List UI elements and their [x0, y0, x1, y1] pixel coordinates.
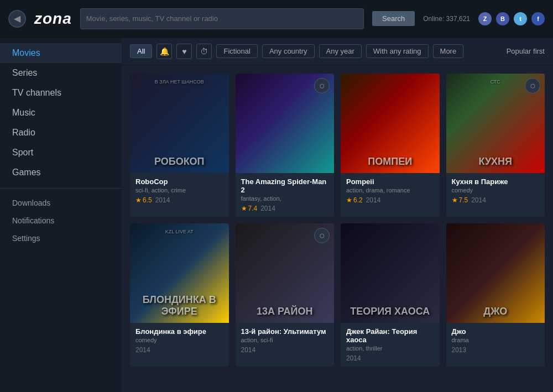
sidebar-item-settings[interactable]: Settings [0, 229, 122, 247]
movie-card-blonde[interactable]: KZL LIVE AT БЛОНДИНКА В ЭФИРЕ Блондинка … [130, 223, 229, 367]
movie-genres: drama [452, 337, 540, 343]
movie-poster: В ЗЛА НЕТ ШАНСОВ РОБОКОП [130, 74, 229, 173]
back-button[interactable]: ◀ [8, 10, 26, 28]
movie-card-jo[interactable]: ДЖО Джо drama 2013 [446, 223, 545, 367]
movie-title: The Amazing Spider-Man 2 [241, 177, 329, 194]
movie-info: RoboCop sci-fi, action, crime ★6.5 2014 [130, 173, 229, 208]
app-logo: zona [34, 10, 72, 28]
movie-info: Pompeii action, drama, romance ★6.2 2014 [341, 173, 440, 208]
social-t-button[interactable]: t [514, 12, 527, 25]
star-icon: ★ [346, 196, 352, 204]
movie-rating: ★6.2 [346, 196, 363, 204]
movie-meta: ★6.5 2014 [135, 196, 223, 204]
movie-poster-bg: В ЗЛА НЕТ ШАНСОВ РОБОКОП [130, 74, 229, 173]
movie-grid: В ЗЛА НЕТ ШАНСОВ РОБОКОП RoboCop sci-fi,… [122, 65, 553, 392]
filter-more-button[interactable]: More [433, 44, 464, 58]
filter-history-button[interactable]: ⏱ [196, 44, 212, 59]
movie-title: 13-й район: Ультиматум [241, 327, 329, 336]
poster-top-text: В ЗЛА НЕТ ШАНСОВ [130, 79, 229, 85]
movie-card-chaos[interactable]: ТЕОРИЯ ХАОСА Джек Райан: Теория хаоса ac… [341, 223, 440, 367]
sidebar: Movies Series TV channels Music Radio Sp… [0, 38, 122, 392]
movie-meta: ★7.5 2014 [452, 196, 540, 204]
social-f-button[interactable]: f [531, 12, 545, 25]
movie-rating: ★7.5 [452, 196, 468, 204]
star-icon: ★ [241, 205, 247, 212]
poster-title-text: РОБОКОП [130, 156, 229, 168]
poster-title-text: ДЖО [446, 306, 545, 317]
movie-genres: fantasy, action, [241, 195, 329, 202]
poster-title-text: ПОМПЕИ [341, 156, 440, 168]
movie-card-pompeii[interactable]: ПОМПЕИ Pompeii action, drama, romance ★6… [341, 74, 440, 217]
sidebar-item-music[interactable]: Music [0, 103, 122, 123]
movie-poster-bg: KZL LIVE AT БЛОНДИНКА В ЭФИРЕ [130, 223, 229, 323]
filter-rating-button[interactable]: With any rating [366, 44, 429, 58]
filter-notifications-button[interactable]: 🔔 [156, 44, 172, 59]
movie-title: Блондинка в эфире [135, 327, 223, 336]
movie-year: 2014 [260, 205, 275, 212]
social-z-button[interactable]: Z [478, 12, 492, 25]
social-b-button[interactable]: B [496, 12, 509, 25]
movie-genres: sci-fi, action, crime [135, 187, 223, 194]
movie-poster: 13А РАЙОН ⬡ [236, 223, 335, 323]
main-content: All 🔔 ♥ ⏱ Fictional Any country Any year… [122, 38, 553, 392]
sidebar-item-sport[interactable]: Sport [0, 143, 122, 163]
movie-poster: ДЖО [446, 223, 545, 323]
movie-genres: comedy [452, 187, 540, 194]
movie-info: Джо drama 2013 [446, 323, 545, 358]
movie-year: 2014 [346, 354, 361, 362]
movie-poster: KZL LIVE AT БЛОНДИНКА В ЭФИРЕ [130, 223, 229, 323]
movie-meta: 2014 [135, 346, 223, 354]
sidebar-item-series[interactable]: Series [0, 63, 122, 83]
poster-title-text: БЛОНДИНКА В ЭФИРЕ [130, 294, 229, 317]
movie-title: Джо [452, 327, 540, 336]
sidebar-item-notifications[interactable]: Notifications [0, 212, 122, 229]
sidebar-item-movies[interactable]: Movies [0, 43, 122, 63]
movie-genres: action, sci-fi [241, 337, 329, 343]
sidebar-item-tv-channels[interactable]: TV channels [0, 83, 122, 103]
poster-title-text: КУХНЯ [446, 156, 545, 168]
movie-rating: ★7.4 [241, 205, 258, 212]
movie-meta: 2014 [241, 346, 329, 354]
movie-poster: ⬡ [236, 74, 335, 173]
filter-all-button[interactable]: All [130, 44, 152, 58]
social-icons: Z B t f [478, 12, 545, 25]
movie-info: 13-й район: Ультиматум action, sci-fi 20… [236, 323, 335, 358]
poster-top-text: KZL LIVE AT [130, 229, 229, 234]
search-button[interactable]: Search [372, 11, 415, 26]
movie-poster-bg: ТЕОРИЯ ХАОСА [341, 223, 440, 323]
movie-poster: ТЕОРИЯ ХАОСА [341, 223, 440, 323]
movie-meta: 2013 [452, 346, 540, 354]
movie-genres: comedy [135, 337, 223, 343]
poster-title-text: 13А РАЙОН [236, 306, 335, 317]
filter-country-button[interactable]: Any country [262, 44, 315, 58]
filter-fictional-button[interactable]: Fictional [216, 44, 257, 58]
star-icon: ★ [135, 196, 142, 204]
movie-card-13district[interactable]: 13А РАЙОН ⬡ 13-й район: Ультиматум actio… [236, 223, 335, 367]
movie-info: Блондинка в эфире comedy 2014 [130, 323, 229, 358]
movie-year: 2014 [135, 346, 150, 354]
search-bar [80, 8, 364, 29]
movie-year: 2014 [155, 196, 170, 204]
movie-year: 2013 [452, 346, 467, 354]
star-icon: ★ [452, 196, 458, 204]
movie-info: The Amazing Spider-Man 2 fantasy, action… [236, 173, 335, 217]
movie-badge: ⬡ [314, 228, 330, 243]
movie-title: Джек Райан: Теория хаоса [346, 327, 434, 344]
sidebar-item-downloads[interactable]: Downloads [0, 194, 122, 212]
movie-poster-bg: ДЖО [446, 223, 545, 323]
sidebar-item-games[interactable]: Games [0, 163, 122, 182]
filter-favorites-button[interactable]: ♥ [176, 44, 192, 59]
movie-year: 2014 [366, 196, 381, 204]
filter-year-button[interactable]: Any year [319, 44, 362, 58]
movie-card-spiderman[interactable]: ⬡ The Amazing Spider-Man 2 fantasy, acti… [236, 74, 335, 217]
movie-meta: ★7.4 2014 [241, 205, 329, 212]
movie-title: Pompeii [346, 177, 434, 186]
sidebar-item-radio[interactable]: Radio [0, 123, 122, 143]
movie-genres: action, drama, romance [346, 187, 434, 194]
movie-poster: СТС КУХНЯ ⬡ [446, 74, 545, 173]
movie-card-robocop[interactable]: В ЗЛА НЕТ ШАНСОВ РОБОКОП RoboCop sci-fi,… [130, 74, 229, 217]
search-input[interactable] [86, 14, 358, 23]
movie-badge: ⬡ [525, 78, 540, 93]
movie-card-kuhnya[interactable]: СТС КУХНЯ ⬡ Кухня в Париже comedy ★7.5 2… [446, 74, 545, 217]
sort-label[interactable]: Popular first [507, 47, 545, 55]
